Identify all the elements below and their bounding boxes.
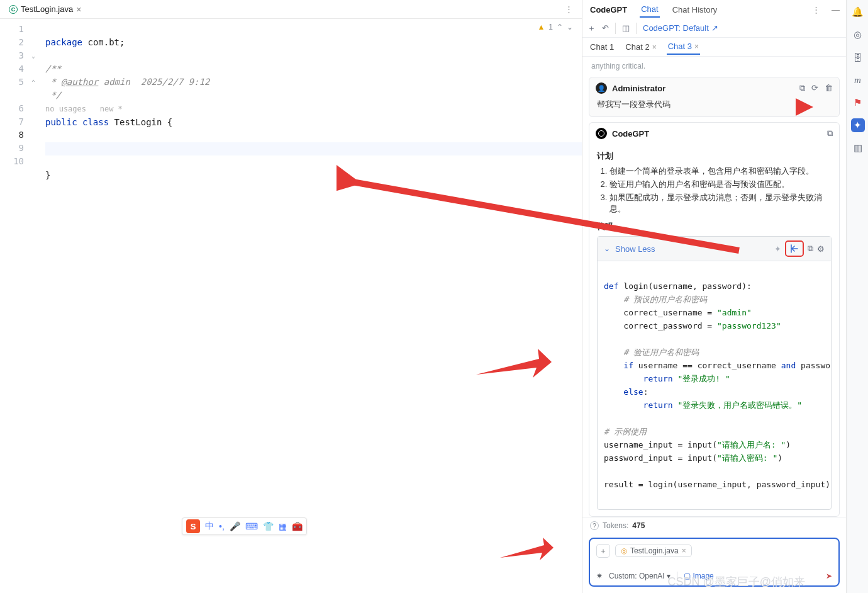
copy-icon[interactable]: ⧉	[799, 83, 805, 93]
ime-lang[interactable]: 中	[205, 521, 214, 532]
plan-item: 如果匹配成功，显示登录成功消息；否则，显示登录失败消息。	[609, 192, 832, 215]
tab-history[interactable]: Chat History	[671, 3, 719, 17]
remove-chip-icon[interactable]: ×	[682, 546, 686, 555]
user-message: 👤 Administrator ⧉ ⟳ 🗑 帮我写一段登录代码	[589, 77, 840, 117]
insert-left-highlight	[785, 240, 804, 257]
database-icon[interactable]: 🗄	[851, 50, 865, 64]
chat-input[interactable]: ＋ ◎ TestLogin.java × ✷ Custom: OpenAI ▾ …	[589, 538, 840, 587]
assistant-name: CodeGPT	[612, 129, 822, 138]
undo-icon[interactable]: ↶	[602, 23, 609, 33]
ime-mic-icon[interactable]: 🎤	[230, 521, 240, 531]
image-button[interactable]: ▢ Image	[684, 572, 714, 580]
collapse-icon[interactable]: ⌄	[604, 244, 610, 253]
chat-messages[interactable]: anything critical. 👤 Administrator ⧉ ⟳ 🗑…	[582, 57, 846, 517]
java-file-icon: ◎	[621, 546, 627, 555]
code-content[interactable]: def login(username, password): # 预设的用户名和…	[598, 261, 831, 509]
ime-grid-icon[interactable]: ▦	[279, 521, 287, 531]
ime-toolbox-icon[interactable]: 🧰	[292, 521, 303, 531]
tab-codegpt[interactable]: CodeGPT	[589, 3, 628, 17]
editor-more-icon[interactable]: ⋮	[561, 4, 578, 14]
chat-sub-tabs: Chat 1 Chat 2× Chat 3×	[582, 38, 846, 57]
file-tab-label: TestLogin.java	[21, 4, 73, 14]
delete-icon[interactable]: 🗑	[825, 83, 833, 93]
layout-icon[interactable]: ▥	[851, 141, 865, 155]
tab-chat[interactable]: Chat	[640, 2, 659, 18]
editor-pane: C TestLogin.java × ⋮ ▲ 1 ⌃ ⌄ 12345 67891…	[0, 0, 582, 593]
prev-message-tail: anything critical.	[589, 62, 840, 77]
codegpt-toolwindow-icon[interactable]: ✦	[851, 118, 865, 132]
ime-toolbar[interactable]: S 中 •, 🎤 ⌨ 👕 ▦ 🧰	[182, 517, 307, 535]
code-line: /**	[45, 64, 61, 74]
plan-list: 创建一个简单的登录表单，包含用户名和密码输入字段。 验证用户输入的用户名和密码是…	[597, 166, 832, 215]
chat-more-icon[interactable]: ⋮	[812, 5, 820, 14]
file-tab-testlogin[interactable]: C TestLogin.java ×	[4, 2, 86, 17]
help-icon[interactable]: ?	[590, 521, 599, 530]
java-class-icon: C	[9, 5, 18, 14]
gear-icon[interactable]: ⚙	[817, 244, 825, 254]
maven-icon[interactable]: m	[851, 73, 865, 87]
close-icon[interactable]: ×	[652, 43, 657, 52]
close-icon[interactable]: ×	[694, 42, 699, 51]
external-link-icon: ↗	[711, 23, 718, 33]
sub-tab-chat1[interactable]: Chat 1	[589, 40, 615, 54]
chat-top-tabs: CodeGPT Chat Chat History ⋮ —	[582, 0, 846, 19]
user-name: Administrator	[612, 84, 794, 93]
plan-item: 验证用户输入的用户名和密码是否与预设值匹配。	[609, 179, 832, 190]
openai-logo-icon	[596, 128, 607, 139]
ime-keyboard-icon[interactable]: ⌨	[245, 521, 258, 531]
send-icon[interactable]: ➤	[826, 572, 832, 580]
tokens-row: ? Tokens: 475	[582, 517, 846, 534]
tokens-label: Tokens:	[603, 521, 628, 530]
sub-tab-chat2[interactable]: Chat 2×	[624, 40, 657, 54]
chat-toolbar: ＋ ↶ ◫ CodeGPT: Default↗	[582, 19, 846, 38]
openai-mini-icon: ✷	[596, 572, 603, 580]
show-less-button[interactable]: Show Less	[615, 244, 769, 254]
plan-heading: 计划	[597, 150, 832, 162]
insert-left-icon[interactable]	[789, 244, 799, 254]
svg-point-0	[599, 131, 604, 137]
user-prompt: 帮我写一段登录代码	[589, 99, 839, 116]
ime-skin-icon[interactable]: 👕	[263, 521, 274, 531]
fold-column: ⌄ ⌃	[31, 19, 43, 593]
ai-sparkle-icon[interactable]: ✦	[774, 244, 781, 254]
bookmark-icon[interactable]: ⚑	[851, 96, 865, 110]
attach-button[interactable]: ＋	[596, 544, 610, 558]
user-avatar-icon: 👤	[596, 82, 607, 94]
copy-icon[interactable]: ⧉	[827, 128, 833, 138]
assistant-message: CodeGPT ⧉ 计划 创建一个简单的登录表单，包含用户名和密码输入字段。 验…	[589, 122, 840, 517]
service-selector[interactable]: CodeGPT: Default↗	[643, 23, 718, 33]
line-gutter: 12345 678910	[0, 19, 31, 593]
code-area[interactable]: package com.bt; /** * @author admin 2025…	[43, 19, 582, 593]
code-block: ⌄ Show Less ✦ ⧉	[597, 236, 832, 510]
new-chat-icon[interactable]: ＋	[587, 23, 596, 34]
chat-pane: CodeGPT Chat Chat History ⋮ — ＋ ↶ ◫ Code…	[582, 0, 847, 593]
copy-code-icon[interactable]: ⧉	[808, 244, 813, 254]
model-selector[interactable]: Custom: OpenAI ▾	[609, 572, 670, 580]
code-heading: 代码	[597, 221, 832, 232]
layout-icon[interactable]: ◫	[622, 23, 630, 33]
sub-tab-chat3[interactable]: Chat 3×	[667, 39, 700, 55]
context-chip-file[interactable]: ◎ TestLogin.java ×	[615, 545, 692, 557]
ai-assist-icon[interactable]: ◎	[851, 28, 865, 42]
tokens-value: 475	[632, 521, 645, 530]
reload-icon[interactable]: ⟳	[811, 83, 818, 93]
close-tab-icon[interactable]: ×	[76, 4, 81, 14]
plan-item: 创建一个简单的登录表单，包含用户名和密码输入字段。	[609, 166, 832, 177]
editor-tab-bar: C TestLogin.java × ⋮	[0, 0, 582, 19]
bell-icon[interactable]: 🔔	[851, 5, 865, 19]
chat-minimize-icon[interactable]: —	[832, 5, 840, 14]
editor-body[interactable]: 12345 678910 ⌄ ⌃ package com.bt; /** * @…	[0, 19, 582, 593]
ime-punct-icon[interactable]: •,	[219, 521, 225, 531]
sogou-logo-icon: S	[186, 519, 200, 533]
right-tool-strip: 🔔 ◎ 🗄 m ⚑ ✦ ▥	[847, 0, 868, 593]
